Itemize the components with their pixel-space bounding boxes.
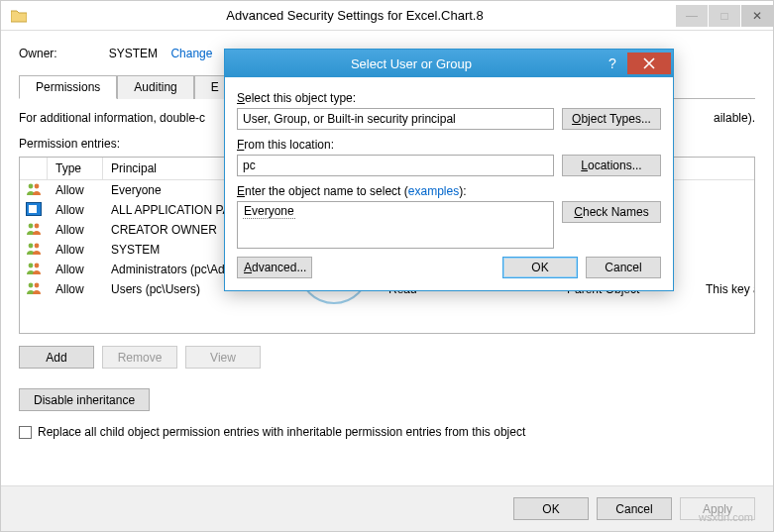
close-button[interactable]: ✕	[741, 5, 773, 27]
examples-link[interactable]: examples	[408, 184, 459, 198]
check-names-button[interactable]: Check Names	[562, 201, 661, 223]
owner-label: Owner:	[19, 47, 57, 60]
object-name-label: Enter the object name to select (example…	[237, 184, 661, 198]
location-label: From this location:	[237, 138, 661, 152]
package-icon	[26, 202, 42, 216]
svg-point-2	[29, 223, 34, 228]
main-titlebar: Advanced Security Settings for Excel.Cha…	[1, 1, 773, 31]
people-icon	[26, 281, 42, 295]
people-icon	[26, 242, 42, 256]
view-button: View	[185, 346, 261, 369]
svg-point-1	[35, 183, 40, 188]
dialog-ok-button[interactable]: OK	[502, 257, 578, 278]
replace-children-row[interactable]: Replace all child object permission entr…	[19, 425, 755, 439]
svg-point-9	[35, 282, 40, 287]
svg-point-6	[29, 263, 34, 267]
dialog-title: Select User or Group	[225, 56, 598, 71]
svg-point-5	[35, 243, 40, 248]
location-input	[237, 155, 554, 176]
tab-auditing[interactable]: Auditing	[117, 75, 193, 99]
cancel-button[interactable]: Cancel	[597, 497, 672, 520]
locations-button[interactable]: Locations...	[562, 155, 661, 176]
replace-children-checkbox[interactable]	[19, 426, 32, 439]
svg-point-4	[29, 243, 34, 248]
maximize-button[interactable]: □	[709, 5, 740, 27]
disable-inheritance-button[interactable]: Disable inheritance	[19, 388, 150, 411]
svg-point-7	[35, 263, 40, 267]
window-controls: — □ ✕	[675, 5, 773, 27]
minimize-button[interactable]: —	[676, 5, 708, 27]
dialog-help-button[interactable]: ?	[598, 55, 627, 71]
object-types-button[interactable]: Object Types...	[562, 108, 661, 130]
svg-point-0	[29, 183, 34, 188]
object-type-label: Select this object type:	[237, 91, 661, 105]
close-icon	[643, 57, 655, 69]
svg-point-8	[29, 282, 34, 287]
people-icon	[26, 182, 42, 196]
dialog-titlebar: Select User or Group ?	[225, 50, 673, 77]
dialog-cancel-button[interactable]: Cancel	[586, 257, 661, 278]
owner-value: SYSTEM Change	[109, 47, 213, 60]
replace-children-label: Replace all child object permission entr…	[38, 425, 525, 439]
bottom-bar: OK Cancel Apply	[1, 485, 773, 531]
apply-button: Apply	[680, 497, 755, 520]
ok-button[interactable]: OK	[513, 497, 589, 520]
tab-permissions[interactable]: Permissions	[19, 75, 117, 99]
window-title: Advanced Security Settings for Excel.Cha…	[35, 8, 675, 23]
svg-point-3	[35, 223, 40, 228]
add-button[interactable]: Add	[19, 346, 94, 369]
change-owner-link[interactable]: Change	[170, 47, 212, 60]
remove-button: Remove	[102, 346, 177, 369]
col-type[interactable]: Type	[48, 158, 103, 179]
select-user-dialog: Select User or Group ? Select this objec…	[224, 49, 674, 291]
entry-buttons: Add Remove View	[19, 346, 755, 369]
object-name-input[interactable]: Everyone	[237, 201, 554, 249]
dialog-close-button[interactable]	[627, 53, 671, 74]
object-type-input	[237, 108, 554, 130]
people-icon	[26, 262, 42, 275]
folder-icon	[11, 9, 27, 23]
advanced-button[interactable]: Advanced...	[237, 257, 312, 278]
people-icon	[26, 222, 42, 236]
